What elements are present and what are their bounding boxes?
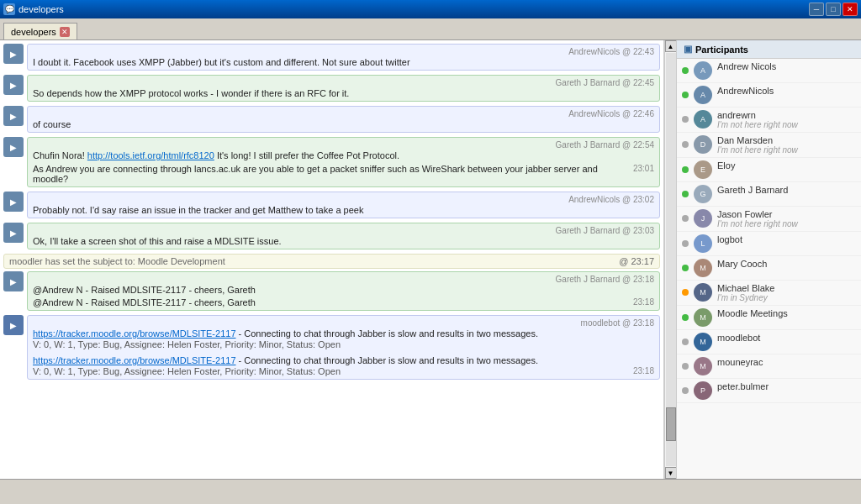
participant-item: MMichael BlakeI'm in Sydney xyxy=(677,281,861,306)
tab-bar: developers ✕ xyxy=(0,18,861,40)
window-controls[interactable]: ─ □ ✕ xyxy=(809,3,858,16)
message-time: Gareth J Barnard @ 22:54 xyxy=(556,140,654,150)
system-message-text: moodler has set the subject to: Moodle D… xyxy=(9,256,225,266)
participant-item: MMary Cooch xyxy=(677,256,861,281)
participant-avatar: L xyxy=(694,234,712,253)
message-bubble: AndrewNicols @ 22:46 of course xyxy=(27,106,660,133)
participant-name: mouneyrac xyxy=(717,357,763,367)
scrollbar[interactable]: ▲ ▼ xyxy=(664,40,676,479)
message-meta: moodlebot @ 23:18 xyxy=(33,318,654,328)
scroll-track[interactable] xyxy=(666,53,676,466)
participant-status-dot xyxy=(682,265,689,271)
message-row: ▶ AndrewNicols @ 23:02 Probably not. I'd… xyxy=(3,192,660,218)
message-text-2: As Andrew you are connecting through lan… xyxy=(33,164,654,184)
avatar: ▶ xyxy=(3,75,24,95)
tab-close-button[interactable]: ✕ xyxy=(60,27,70,37)
message-row: ▶ Gareth J Barnard @ 23:18 @Andrew N - R… xyxy=(3,271,660,311)
message-link[interactable]: http://tools.ietf.org/html/rfc8120 xyxy=(87,150,214,160)
message-text-2: https://tracker.moodle.org/browse/MDLSIT… xyxy=(33,355,654,365)
tracker-link-1[interactable]: https://tracker.moodle.org/browse/MDLSIT… xyxy=(33,328,236,339)
participant-status-dot xyxy=(682,191,689,197)
message-text: of course xyxy=(33,119,654,129)
message-time: AndrewNicols @ 23:02 xyxy=(568,195,654,204)
chat-area[interactable]: ▶ AndrewNicols @ 22:43 I doubt it. Faceb… xyxy=(0,40,664,479)
participant-name: Eloy xyxy=(717,160,735,171)
message-meta: AndrewNicols @ 22:43 xyxy=(33,47,654,56)
message-meta: Gareth J Barnard @ 23:03 xyxy=(33,226,654,235)
participant-avatar: M xyxy=(694,357,712,375)
message-text: I doubt it. Facebook uses XMPP (Jabber) … xyxy=(33,57,654,67)
participant-item: AandrewrnI'm not here right now xyxy=(677,108,861,133)
participant-status-dot xyxy=(682,141,689,148)
tab-developers[interactable]: developers ✕ xyxy=(3,23,77,39)
avatar: ▶ xyxy=(3,192,24,212)
message-text: @Andrew N - Raised MDLSITE-2117 - cheers… xyxy=(33,285,654,295)
message-bubble: Gareth J Barnard @ 22:54 Chufin Nora! ht… xyxy=(27,137,660,187)
participant-item: EEloy xyxy=(677,158,861,182)
avatar: ▶ xyxy=(3,137,24,157)
scroll-down-button[interactable]: ▼ xyxy=(665,467,677,479)
message-bubble: Gareth J Barnard @ 23:03 Ok, I'll take a… xyxy=(27,223,660,249)
message-meta: AndrewNicols @ 22:46 xyxy=(33,109,654,118)
participant-status-dot xyxy=(682,92,689,98)
participants-title: Participants xyxy=(695,45,748,55)
minimize-button[interactable]: ─ xyxy=(809,3,824,16)
message-bubble: Gareth J Barnard @ 22:45 So depends how … xyxy=(27,75,660,102)
scroll-up-button[interactable]: ▲ xyxy=(665,40,677,52)
participant-avatar: J xyxy=(694,209,712,228)
tab-label: developers xyxy=(11,27,56,37)
participant-avatar: G xyxy=(694,185,712,203)
participant-avatar: M xyxy=(694,259,712,277)
message-meta: Gareth J Barnard @ 22:45 xyxy=(33,78,654,87)
message-time: Gareth J Barnard @ 22:45 xyxy=(556,78,654,87)
message-text: Ok, I'll take a screen shot of this and … xyxy=(33,236,654,246)
system-message-time: @ 23:17 xyxy=(619,256,654,266)
participant-avatar: A xyxy=(694,61,712,80)
message-text-2: @Andrew N - Raised MDLSITE-2117 - cheers… xyxy=(33,297,654,307)
participant-status-dot xyxy=(682,67,689,74)
participant-avatar: A xyxy=(694,110,712,129)
participant-avatar: M xyxy=(694,308,712,327)
participant-item: AAndrewNicols xyxy=(677,83,861,108)
window-title: developers xyxy=(18,4,64,14)
participant-item: MMoodle Meetings xyxy=(677,306,861,330)
participant-status-dot xyxy=(682,240,689,247)
maximize-button[interactable]: □ xyxy=(826,3,841,16)
message-time: moodlebot @ 23:18 xyxy=(581,318,654,328)
participant-item: Llogbot xyxy=(677,232,861,256)
main-layout: ▶ AndrewNicols @ 22:43 I doubt it. Faceb… xyxy=(0,40,861,479)
participants-list: AAndrew NicolsAAndrewNicolsAandrewrnI'm … xyxy=(677,59,861,479)
participant-item: Ppeter.bulmer xyxy=(677,379,861,403)
participant-name: Andrew Nicols xyxy=(717,61,776,71)
participant-avatar: P xyxy=(694,381,712,400)
participant-status: I'm in Sydney xyxy=(717,293,774,302)
title-bar: 💬 developers ─ □ ✕ xyxy=(0,0,861,18)
participant-status: I'm not here right now xyxy=(717,145,798,155)
participant-avatar: M xyxy=(694,283,712,302)
avatar: ▶ xyxy=(3,223,24,243)
participant-name: andrewrn xyxy=(717,110,798,120)
participant-name: AndrewNicols xyxy=(717,86,774,96)
message-subtext-1: V: 0, W: 1, Type: Bug, Assignee: Helen F… xyxy=(33,339,654,349)
message-time: Gareth J Barnard @ 23:03 xyxy=(556,226,654,235)
participant-status-dot xyxy=(682,387,689,394)
avatar: ▶ xyxy=(3,44,24,64)
message-time: AndrewNicols @ 22:46 xyxy=(568,109,654,118)
message-subtext-2: V: 0, W: 1, Type: Bug, Assignee: Helen F… xyxy=(33,366,654,376)
system-message: moodler has set the subject to: Moodle D… xyxy=(3,254,660,269)
tracker-link-2[interactable]: https://tracker.moodle.org/browse/MDLSIT… xyxy=(33,355,236,365)
participant-status-dot xyxy=(682,166,689,173)
participant-avatar: A xyxy=(694,86,712,104)
participants-header: ▣ Participants xyxy=(677,40,861,59)
participant-status: I'm not here right now xyxy=(717,120,798,129)
participant-status-dot xyxy=(682,339,689,345)
app-icon: 💬 xyxy=(3,3,15,15)
message-row: ▶ moodlebot @ 23:18 https://tracker.mood… xyxy=(3,315,660,380)
participant-name: Michael Blake xyxy=(717,283,774,293)
message-meta: Gareth J Barnard @ 23:18 xyxy=(33,275,654,284)
avatar: ▶ xyxy=(3,315,24,335)
message-text: https://tracker.moodle.org/browse/MDLSIT… xyxy=(33,328,654,339)
close-button[interactable]: ✕ xyxy=(843,3,858,16)
scroll-thumb[interactable] xyxy=(666,407,676,441)
message-text: Probably not. I'd say raise an issue in … xyxy=(33,205,654,215)
